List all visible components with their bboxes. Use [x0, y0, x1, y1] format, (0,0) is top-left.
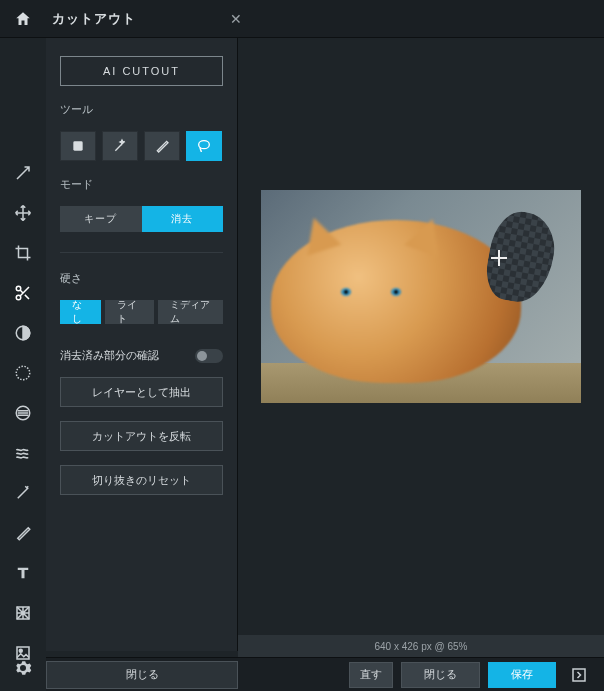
filter-icon [14, 364, 32, 382]
footer: 閉じる 直す 閉じる 保存 [46, 657, 604, 691]
crop-icon [14, 244, 32, 262]
extract-layer-button[interactable]: レイヤーとして抽出 [60, 377, 223, 407]
lasso-icon [196, 138, 212, 154]
settings-button[interactable] [8, 653, 38, 683]
liquify-icon [14, 444, 32, 462]
svg-point-3 [16, 366, 30, 380]
tool-shape[interactable] [60, 131, 96, 161]
erased-region [482, 207, 561, 307]
tool-filter[interactable] [8, 358, 38, 388]
close-panel-button[interactable]: ✕ [224, 11, 248, 27]
tool-text[interactable] [8, 558, 38, 588]
blur-icon [14, 404, 32, 422]
wand-icon [112, 138, 128, 154]
tool-magic-wand[interactable] [102, 131, 138, 161]
hardness-none-button[interactable]: なし [60, 300, 101, 324]
adjust-icon [14, 324, 32, 342]
svg-rect-8 [73, 141, 82, 150]
save-button[interactable]: 保存 [488, 662, 556, 688]
hardness-medium-button[interactable]: ミディアム [158, 300, 224, 324]
close-icon: ✕ [230, 11, 242, 27]
svg-point-7 [19, 649, 22, 652]
tool-move[interactable] [8, 198, 38, 228]
texture-icon [14, 604, 32, 622]
shape-icon [70, 138, 86, 154]
text-icon [14, 564, 32, 582]
hardness-label: 硬さ [60, 271, 223, 286]
ai-cutout-button[interactable]: AI CUTOUT [60, 56, 223, 86]
canvas-image [261, 190, 581, 403]
paintbrush-icon [154, 138, 170, 154]
status-bar: 640 x 426 px @ 65% [238, 635, 604, 657]
heal-icon [14, 484, 32, 502]
gear-icon [14, 659, 32, 677]
tool-lasso[interactable] [186, 131, 222, 161]
redo-button[interactable]: 直す [349, 662, 393, 688]
svg-point-1 [16, 295, 21, 300]
confirm-erased-label: 消去済み部分の確認 [60, 348, 159, 363]
tool-texture[interactable] [8, 598, 38, 628]
home-button[interactable] [0, 0, 46, 38]
tool-crop[interactable] [8, 238, 38, 268]
panel-title: カットアウト [46, 0, 224, 38]
tool-resize[interactable] [8, 158, 38, 188]
tool-adjust[interactable] [8, 318, 38, 348]
tool-rail [0, 38, 46, 691]
tool-draw[interactable] [8, 518, 38, 548]
mode-erase-button[interactable]: 消去 [142, 206, 224, 232]
home-icon [14, 10, 32, 28]
move-icon [14, 204, 32, 222]
tool-blur[interactable] [8, 398, 38, 428]
export-icon [570, 666, 588, 684]
tool-heal[interactable] [8, 478, 38, 508]
confirm-erased-toggle[interactable] [195, 349, 223, 363]
footer-close-button[interactable]: 閉じる [401, 662, 480, 688]
mode-keep-button[interactable]: キープ [60, 206, 142, 232]
tool-liquify[interactable] [8, 438, 38, 468]
mode-label: モード [60, 177, 223, 192]
divider [60, 252, 223, 253]
canvas-area[interactable] [238, 38, 604, 635]
brush-icon [14, 524, 32, 542]
tools-label: ツール [60, 102, 223, 117]
tool-brush[interactable] [144, 131, 180, 161]
scissors-icon [14, 284, 32, 302]
cutout-panel: AI CUTOUT ツール モード キープ 消去 硬さ なし ライト ミディアム… [46, 38, 238, 651]
svg-rect-10 [573, 669, 585, 681]
reset-crop-button[interactable]: 切り抜きのリセット [60, 465, 223, 495]
canvas-dimensions: 640 x 426 px @ 65% [375, 641, 468, 652]
svg-point-0 [16, 286, 21, 291]
invert-cutout-button[interactable]: カットアウトを反転 [60, 421, 223, 451]
hardness-light-button[interactable]: ライト [105, 300, 154, 324]
export-button[interactable] [564, 662, 594, 688]
panel-close-button[interactable]: 閉じる [46, 661, 238, 689]
resize-icon [14, 164, 32, 182]
tool-cutout[interactable] [8, 278, 38, 308]
